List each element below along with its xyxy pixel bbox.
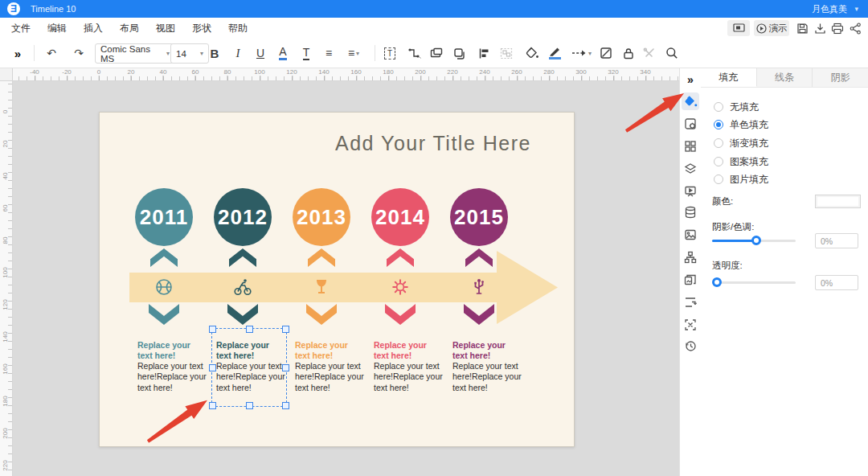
chevron-up-icon[interactable]	[229, 248, 256, 267]
data-icon[interactable]	[682, 203, 699, 221]
font-family-select[interactable]: Comic Sans MS▾	[95, 43, 175, 64]
canvas-page[interactable]: Add Your Title Here 2011 Replace your te…	[99, 112, 575, 447]
save-button[interactable]	[794, 21, 810, 35]
replace-picture-icon[interactable]	[682, 271, 699, 289]
clear-style-button[interactable]	[596, 43, 616, 63]
chevron-down-icon[interactable]	[385, 304, 416, 325]
year-circle[interactable]: 2015	[450, 188, 508, 246]
layers-icon[interactable]	[682, 160, 699, 178]
structure-icon[interactable]	[682, 248, 699, 266]
account-caret-icon[interactable]: ▾	[854, 0, 858, 18]
share-button[interactable]	[847, 21, 863, 35]
align-button[interactable]	[474, 43, 493, 63]
page-settings-icon[interactable]	[682, 115, 699, 133]
copy-style-button[interactable]	[450, 43, 469, 63]
opacity-value-input[interactable]: 0%	[815, 275, 858, 290]
menu-help[interactable]: 帮助	[228, 18, 248, 39]
fill-option-solid[interactable]: 单色填充	[714, 118, 768, 131]
timeline-text-block[interactable]: Replace your text here! Replace your tex…	[137, 340, 207, 393]
underline-button[interactable]: U	[251, 43, 270, 63]
menu-view[interactable]: 视图	[156, 18, 175, 39]
selection-handle-n[interactable]	[246, 326, 253, 333]
slider-track[interactable]	[712, 281, 796, 284]
fill-option-none[interactable]: 无填充	[714, 101, 759, 113]
opacity-slider[interactable]	[712, 277, 796, 287]
lock-button[interactable]	[619, 43, 638, 63]
menu-shape[interactable]: 形状	[192, 18, 211, 39]
selection-box[interactable]	[211, 328, 287, 407]
undo-button[interactable]: ↶	[42, 43, 61, 63]
tab-fill[interactable]: 填充	[701, 68, 757, 87]
connector-button[interactable]	[404, 43, 424, 63]
selection-handle-s[interactable]	[246, 402, 253, 409]
menu-edit[interactable]: 编辑	[47, 18, 67, 39]
year-circle[interactable]: 2011	[135, 188, 193, 246]
font-size-select[interactable]: 14▾	[170, 43, 209, 64]
tools-button[interactable]	[640, 43, 659, 63]
fill-option-gradient[interactable]: 渐变填充	[714, 137, 768, 150]
menu-layout[interactable]: 布局	[120, 18, 139, 39]
text-box-button[interactable]: T	[380, 43, 399, 63]
chevron-down-icon[interactable]	[306, 304, 337, 325]
chevron-up-icon[interactable]	[465, 248, 493, 267]
print-button[interactable]	[829, 21, 845, 35]
pen-color-button[interactable]	[545, 43, 564, 63]
shadow-slider[interactable]	[712, 236, 796, 245]
chevron-down-icon[interactable]	[464, 304, 494, 325]
list-style-button[interactable]: ≡▾	[341, 43, 366, 63]
slider-knob[interactable]	[751, 236, 761, 245]
year-circle[interactable]: 2012	[214, 188, 272, 246]
bold-button[interactable]: B	[205, 43, 224, 63]
usb-icon[interactable]	[469, 277, 489, 297]
chevron-up-icon[interactable]	[150, 248, 178, 267]
fill-panel-icon[interactable]	[682, 92, 699, 110]
year-circle[interactable]: 2013	[293, 188, 350, 246]
line-style-button[interactable]: ▾	[569, 43, 593, 63]
present-button[interactable]: 演示	[754, 20, 789, 36]
year-circle[interactable]: 2014	[371, 188, 429, 246]
menu-insert[interactable]: 插入	[84, 18, 103, 39]
selection-handle-se[interactable]	[282, 402, 289, 409]
font-color-button[interactable]: A	[273, 43, 293, 63]
selection-handle-nw[interactable]	[209, 326, 216, 333]
fill-color-swatch[interactable]	[815, 195, 861, 208]
shape-button[interactable]	[427, 43, 446, 63]
cocktail-icon[interactable]	[312, 277, 331, 297]
shadow-value-input[interactable]: 0%	[815, 233, 858, 248]
redo-button[interactable]: ↷	[69, 43, 88, 63]
fullscreen-preview-button[interactable]	[727, 20, 750, 36]
chevron-down-icon[interactable]	[227, 304, 258, 325]
symbol-library-icon[interactable]	[682, 137, 699, 155]
text-style-button[interactable]: T	[297, 43, 316, 63]
italic-button[interactable]: I	[228, 43, 248, 63]
tab-shadow[interactable]: 阴影	[813, 68, 868, 87]
fit-window-icon[interactable]	[682, 316, 699, 334]
menu-file[interactable]: 文件	[11, 18, 31, 39]
timeline-text-block[interactable]: Replace your text here! Replace your tex…	[374, 340, 443, 393]
slider-knob[interactable]	[712, 277, 722, 287]
timeline-text-block[interactable]: Replace your text here! Replace your tex…	[452, 340, 522, 393]
selection-handle-sw[interactable]	[209, 402, 216, 409]
text-indent-icon[interactable]	[682, 293, 699, 311]
account-name[interactable]: 月色真美	[812, 0, 847, 18]
fill-color-button[interactable]	[522, 43, 542, 63]
line-spacing-button[interactable]: ≡	[319, 43, 338, 63]
search-button[interactable]	[662, 43, 682, 63]
history-icon[interactable]	[682, 337, 699, 355]
insert-image-icon[interactable]	[682, 226, 699, 244]
selection-handle-ne[interactable]	[282, 326, 289, 333]
fill-option-picture[interactable]: 图片填充	[714, 173, 768, 186]
selection-handle-e[interactable]	[282, 364, 289, 371]
tab-line[interactable]: 线条	[757, 68, 813, 87]
collapse-panel-icon[interactable]: »	[682, 71, 699, 88]
selection-handle-w[interactable]	[209, 364, 216, 371]
timeline-text-block[interactable]: Replace your text here! Replace your tex…	[295, 340, 364, 393]
fill-option-pattern[interactable]: 图案填充	[714, 155, 768, 168]
group-button[interactable]	[497, 43, 516, 63]
collapse-toolbar-button[interactable]: »	[8, 43, 27, 63]
presentation-icon[interactable]	[682, 183, 699, 200]
chevron-down-icon[interactable]	[149, 304, 179, 325]
basketball-icon[interactable]	[154, 277, 174, 297]
gear-icon[interactable]	[391, 277, 410, 297]
download-button[interactable]	[812, 21, 828, 35]
